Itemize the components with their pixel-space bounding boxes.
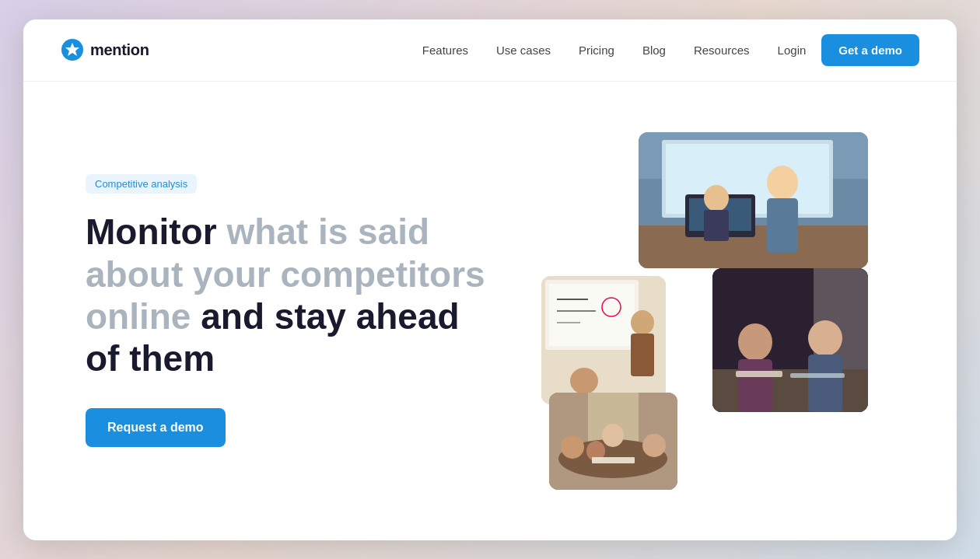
svg-point-9: [767, 166, 798, 200]
svg-rect-42: [592, 457, 635, 463]
nav-pricing[interactable]: Pricing: [579, 44, 614, 57]
image-collage: [541, 132, 868, 490]
svg-rect-31: [808, 355, 842, 412]
navbar: mention Features Use cases Pricing Blog …: [23, 19, 957, 82]
nav-blog[interactable]: Blog: [642, 44, 666, 57]
logo-text: mention: [90, 41, 149, 59]
nav-resources[interactable]: Resources: [694, 44, 750, 57]
svg-rect-12: [704, 210, 729, 241]
photo-meeting: [712, 268, 868, 412]
photo-team-computer: [639, 132, 868, 268]
svg-point-30: [808, 320, 842, 356]
svg-rect-33: [790, 373, 845, 378]
svg-point-39: [602, 424, 624, 447]
logo-star-icon: [61, 38, 84, 61]
svg-point-38: [561, 435, 584, 459]
photo-2-illustration: [541, 276, 666, 404]
browser-card: mention Features Use cases Pricing Blog …: [23, 19, 957, 540]
hero-section: Competitive analysis Monitor what is sai…: [23, 82, 957, 540]
hero-left: Competitive analysis Monitor what is sai…: [86, 174, 490, 446]
svg-point-28: [738, 323, 772, 361]
hero-badge: Competitive analysis: [86, 174, 197, 194]
nav-cta-button[interactable]: Get a demo: [821, 34, 919, 66]
svg-rect-32: [736, 371, 782, 377]
logo[interactable]: mention: [61, 38, 149, 61]
photo-4-illustration: [549, 393, 677, 490]
svg-rect-15: [549, 284, 635, 346]
svg-point-11: [704, 185, 729, 211]
photo-3-illustration: [712, 268, 868, 412]
svg-rect-21: [631, 334, 654, 376]
svg-point-22: [570, 368, 598, 394]
svg-rect-10: [767, 198, 798, 253]
nav-login[interactable]: Login: [778, 44, 807, 57]
photo-whiteboard: [541, 276, 666, 404]
hero-heading-dark1: Monitor: [86, 211, 217, 252]
svg-rect-29: [738, 359, 772, 412]
svg-point-20: [631, 310, 654, 335]
svg-point-40: [642, 434, 666, 457]
nav-links: Features Use cases Pricing Blog Resource…: [422, 44, 750, 57]
nav-features[interactable]: Features: [422, 44, 468, 57]
hero-heading: Monitor what is said about your competit…: [86, 211, 490, 379]
hero-right: [490, 82, 919, 540]
nav-use-cases[interactable]: Use cases: [496, 44, 551, 57]
photo-table-meeting: [549, 393, 677, 490]
photo-1-illustration: [639, 132, 868, 268]
hero-cta-button[interactable]: Request a demo: [86, 408, 226, 447]
